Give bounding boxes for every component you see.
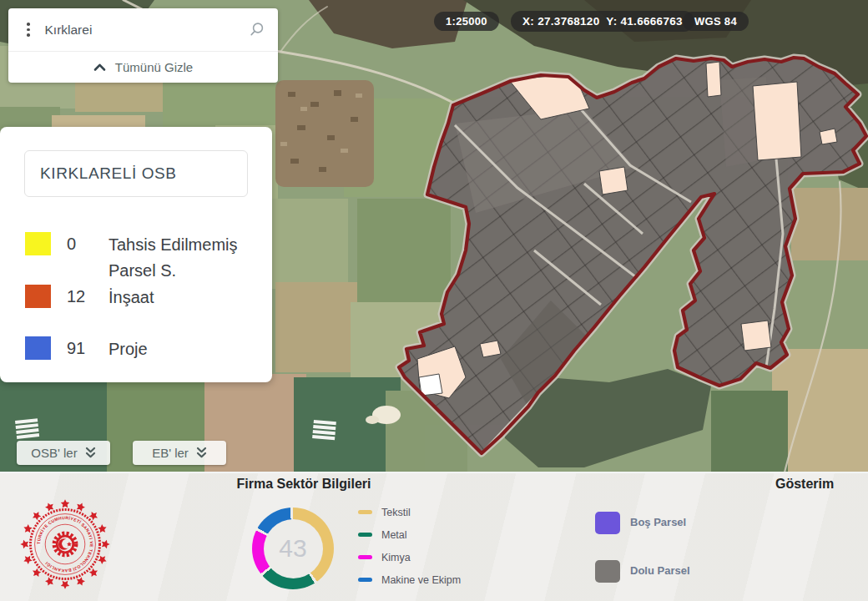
full-parcel-swatch bbox=[595, 560, 620, 583]
tekstil-label: Tekstil bbox=[381, 507, 411, 518]
metal-label: Metal bbox=[381, 529, 407, 541]
legend-swatch-yellow bbox=[25, 232, 51, 255]
hide-all-button[interactable]: Tümünü Gizle bbox=[8, 51, 278, 83]
legend-label: Tahsis Edilmemiş Parsel S. bbox=[108, 232, 264, 284]
double-chevron-down-icon bbox=[196, 447, 207, 459]
hide-all-label: Tümünü Gizle bbox=[115, 60, 193, 74]
app-window: 1:25000 X: 27.3768120 Y: 41.6666763 WGS … bbox=[0, 0, 868, 601]
map-datum-badge: WGS 84 bbox=[683, 12, 749, 31]
search-bar bbox=[8, 8, 278, 51]
sector-legend-item: Tekstil bbox=[358, 501, 461, 523]
legend-row-unallocated: 0 Tahsis Edilmemiş Parsel S. bbox=[25, 232, 264, 284]
sector-chart-title: Firma Sektör Bilgileri bbox=[220, 477, 387, 492]
ministry-logo: TÜRKİYE CUMHURİYETİ SANAYİ VE TEKNOLOJİ … bbox=[18, 497, 112, 591]
osb-layers-button[interactable]: OSB' ler bbox=[17, 441, 110, 465]
sector-legend-item: Makine ve Ekipm bbox=[358, 568, 461, 591]
tekstil-swatch bbox=[358, 510, 372, 515]
legend-label: Proje bbox=[108, 336, 264, 362]
satellite-map[interactable]: 1:25000 X: 27.3768120 Y: 41.6666763 WGS … bbox=[0, 0, 868, 472]
legend-label: İnşaat bbox=[108, 285, 264, 311]
legend-swatch-orange bbox=[25, 285, 51, 308]
legend-value: 12 bbox=[67, 285, 108, 309]
chevron-up-icon bbox=[93, 63, 106, 72]
makine-swatch bbox=[358, 578, 372, 583]
eb-layers-label: EB' ler bbox=[152, 446, 189, 460]
sector-legend-item: Kimya bbox=[358, 546, 461, 568]
sector-donut-total: 43 bbox=[264, 519, 323, 578]
sector-legend-item: Metal bbox=[358, 523, 461, 546]
map-scale-badge: 1:25000 bbox=[434, 12, 499, 31]
legend-value: 91 bbox=[67, 336, 108, 361]
display-legend-title: Gösterim bbox=[775, 477, 834, 492]
legend-row-construction: 12 İnşaat bbox=[25, 285, 264, 311]
search-icon[interactable] bbox=[249, 22, 265, 38]
map-coordinates-badge: X: 27.3768120 Y: 41.6666763 bbox=[511, 11, 694, 32]
eb-layers-button[interactable]: EB' ler bbox=[133, 441, 226, 465]
empty-parcel-label: Boş Parsel bbox=[630, 516, 686, 528]
osb-title: KIRKLARELİ OSB bbox=[24, 150, 248, 197]
legend-swatch-blue bbox=[25, 336, 51, 360]
sector-donut-ring: 43 bbox=[252, 508, 334, 589]
full-parcel-label: Dolu Parsel bbox=[630, 564, 690, 577]
kimya-swatch bbox=[358, 555, 372, 560]
empty-parcel-swatch bbox=[595, 512, 620, 534]
sector-legend: Tekstil Metal Kimya Makine ve Ekipm bbox=[358, 501, 461, 591]
makine-label: Makine ve Ekipm bbox=[381, 574, 461, 586]
osb-info-panel: KIRKLARELİ OSB 0 Tahsis Edilmemiş Parsel… bbox=[0, 127, 272, 382]
osb-layers-label: OSB' ler bbox=[31, 446, 77, 460]
kimya-label: Kimya bbox=[381, 552, 411, 563]
search-card: Tümünü Gizle bbox=[8, 8, 278, 83]
legend-value: 0 bbox=[67, 232, 108, 256]
search-input[interactable] bbox=[45, 23, 250, 38]
metal-swatch bbox=[358, 533, 372, 538]
legend-row-project: 91 Proje bbox=[25, 336, 264, 362]
double-chevron-down-icon bbox=[85, 447, 96, 459]
menu-kebab-icon[interactable] bbox=[27, 23, 30, 37]
